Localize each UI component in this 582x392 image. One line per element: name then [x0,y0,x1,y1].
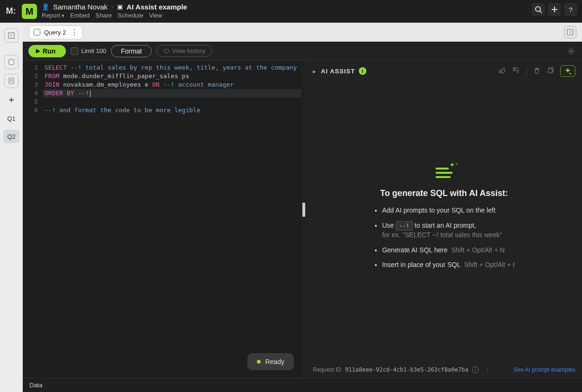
sql-editor[interactable]: 1 2 3 4 5 6 SELECT --! total sales by re… [23,61,301,378]
thumbs-up-button[interactable] [499,67,506,75]
status-label: Ready [265,358,284,365]
request-id-label: Request ID [313,366,341,373]
view-history-button[interactable]: View history [156,45,212,57]
rail-chart-button[interactable] [4,55,18,69]
ai-examples-link[interactable]: See AI prompt examples [513,366,575,373]
copy-icon [547,67,554,74]
query-toolbar: Run Limit 100 Format View history [23,42,582,61]
history-icon [164,48,170,54]
limit-label: Limit 100 [81,47,106,54]
thumbs-up-icon [499,67,506,74]
svg-point-0 [536,7,540,11]
query-1-tab[interactable]: Q1 [3,112,19,125]
breadcrumb: 👤 Samantha Novak › ▣ AI Assist example [42,3,187,11]
ai-hero-icon: ✦⁺ [436,168,453,179]
chart-icon [8,59,15,65]
svg-rect-4 [9,78,14,84]
list-item: Insert in place of your SQL Shift + Opt/… [382,260,515,270]
thumbs-down-button[interactable] [513,67,520,75]
chevron-right-icon[interactable]: ▸ [313,68,316,75]
query-tab-label: Query 2 [44,29,66,36]
limit-toggle[interactable]: Limit 100 [71,47,106,55]
tab-more-button[interactable]: ⋮ [71,28,78,37]
database-icon [34,29,40,36]
search-icon [535,6,542,13]
rail-report-button[interactable] [4,74,18,88]
ai-assist-panel: ▸ AI ASSIST i [306,61,582,378]
ai-assist-footer: Request ID 911a8eee-92cd-4cb1-b3e5-263cf… [306,362,582,378]
split-grip-icon [302,203,305,217]
list-item: Generate AI SQL here Shift + Opt/Alt + N [382,246,515,255]
data-tab[interactable]: Data [29,382,42,389]
plus-icon [9,97,14,103]
svg-rect-7 [548,69,552,73]
split-handle[interactable] [301,61,306,378]
divider [487,366,488,373]
panel-collapse-button[interactable] [564,26,576,38]
ai-assist-instructions: Add AI prompts to your SQL on the left U… [373,206,515,276]
query-2-tab[interactable]: Q2 [3,130,19,143]
add-button[interactable] [548,3,561,16]
limit-checkbox[interactable] [71,47,78,55]
header-menu: Report Embed Share Schedule View [42,12,187,19]
rail-add-button[interactable] [4,93,18,107]
run-button[interactable]: Run [28,45,66,57]
panel-collapse-icon [567,29,573,36]
ai-generate-button[interactable] [560,65,575,77]
settings-button[interactable] [566,46,576,56]
gear-icon [567,47,575,55]
delete-button[interactable] [534,67,540,75]
status-dot-icon [257,360,261,364]
menu-embed[interactable]: Embed [70,12,90,19]
ai-icon: ▣ [117,3,123,10]
ai-assist-header: ▸ AI ASSIST i [306,61,582,81]
format-button[interactable]: Format [111,45,152,57]
panel-toggle-button[interactable] [4,28,18,43]
panel-toggle-icon [8,32,15,39]
left-rail: Q1 Q2 [0,23,23,392]
document-icon [8,78,15,84]
page-title[interactable]: AI Assist example [127,3,187,11]
workspace-logo-icon[interactable]: M [22,4,37,19]
sparkle-icon [564,67,572,75]
help-button[interactable]: ? [564,3,577,16]
kbd-prompt: --! [396,221,413,231]
query-tab[interactable]: Query 2 ⋮ [29,26,82,39]
ai-assist-body: ✦⁺ To generate SQL with AI Assist: Add A… [306,81,582,362]
main-split: 1 2 3 4 5 6 SELECT --! total sales by re… [23,61,582,378]
plus-icon [551,6,558,13]
request-id-value: 911a8eee-92cd-4cb1-b3e5-263cf8a0e7ba [345,366,468,373]
info-icon[interactable]: i [472,366,479,373]
divider [527,67,527,75]
trash-icon [534,67,540,74]
editor-gutter: 1 2 3 4 5 6 [23,61,43,378]
svg-rect-2 [9,33,14,38]
svg-line-1 [540,11,542,13]
menu-schedule[interactable]: Schedule [118,12,143,19]
svg-rect-5 [567,29,573,35]
ai-assist-heading: To generate SQL with AI Assist: [380,188,508,198]
menu-share[interactable]: Share [95,12,112,19]
thumbs-down-icon [513,67,520,74]
menu-report[interactable]: Report [42,12,64,19]
info-badge-icon[interactable]: i [359,67,366,75]
list-item: Add AI prompts to your SQL on the left [382,206,515,215]
ai-assist-title: AI ASSIST [321,68,355,75]
breadcrumb-user[interactable]: Samantha Novak [53,3,108,11]
breadcrumb-separator: › [111,4,113,10]
app-header: M: M 👤 Samantha Novak › ▣ AI Assist exam… [0,0,582,23]
status-pill: Ready [247,353,294,370]
search-button[interactable] [532,3,545,16]
query-tabbar: Query 2 ⋮ [23,23,582,42]
svg-rect-3 [9,60,14,65]
user-icon: 👤 [42,3,49,10]
editor-code[interactable]: SELECT --! total sales by rep this week,… [43,61,301,378]
editor-cursor [90,90,91,97]
menu-view[interactable]: View [149,12,162,19]
app-logo-icon[interactable]: M: [5,5,17,17]
list-item: Use --! to start an AI prompt, for ex. "… [382,221,515,240]
copy-button[interactable] [547,67,554,75]
bottom-bar: Data [23,378,582,392]
svg-point-6 [570,50,572,52]
